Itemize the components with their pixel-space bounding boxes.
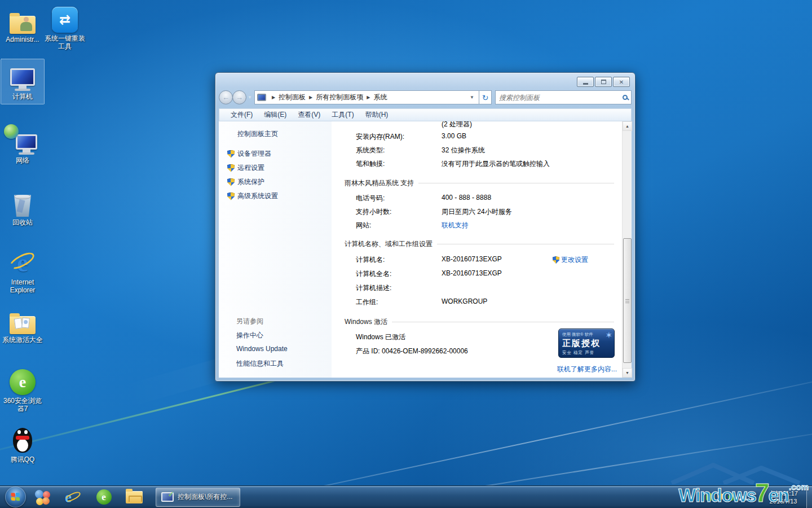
section-computer-name: 计算机名称、域和工作组设置 — [345, 239, 614, 249]
system-window-icon — [161, 492, 174, 502]
scroll-down-button[interactable]: ▼ — [623, 368, 632, 378]
network-icon — [16, 134, 37, 155]
spark-icon: ✶ — [605, 330, 612, 340]
sidebar-item-control-panel-home[interactable]: 控制面板主页 — [237, 129, 278, 139]
row-website: 网站: 联机支持 — [332, 221, 619, 230]
desktop-icon-360-browser[interactable]: e 360安全浏览器7 — [1, 366, 45, 413]
scrollbar-thumb[interactable] — [623, 238, 632, 363]
desktop-icon-activation-folder[interactable]: 系统激活大全 — [1, 305, 45, 344]
genuine-software-badge[interactable]: 使用 微软® 软件 正版授权 安全 稳定 声誉 ✶ — [558, 329, 615, 358]
breadcrumb-arrow-icon: ▶ — [309, 95, 312, 100]
ie-icon: e — [8, 249, 37, 277]
tray-volume-icon[interactable] — [751, 494, 756, 501]
address-bar[interactable]: ▶ 控制面板 ▶ 所有控制面板项 ▶ 系统 ▼ — [254, 90, 479, 104]
taskbar: e e 控制面板\所有控... ✓ 上午 11:17 2016/7/13 — [0, 485, 812, 508]
tray-action-center-shield-icon[interactable] — [717, 493, 724, 501]
desktop-icon-administrator[interactable]: Administr... — [1, 5, 45, 43]
learn-more-link[interactable]: 联机了解更多内容... — [557, 365, 617, 374]
tray-security-check-icon[interactable]: ✓ — [728, 493, 735, 501]
system-tray: ✓ 上午 11:17 2016/7/13 — [706, 486, 812, 508]
sidebar-item-advanced-settings[interactable]: 高级系统设置 — [227, 191, 278, 201]
uac-shield-icon — [227, 150, 235, 158]
sidebar-item-device-manager[interactable]: 设备管理器 — [227, 149, 271, 159]
computer-mini-icon — [257, 94, 266, 101]
taskbar-icon-explorer[interactable] — [123, 486, 145, 508]
sidebar-item-remote-settings[interactable]: 远程设置 — [227, 163, 264, 173]
desktop-icon-reinstall-tool[interactable]: ⇄ 系统一键重装工具 — [43, 3, 87, 50]
caption-buttons: ✕ — [576, 77, 630, 87]
maximize-button[interactable] — [595, 77, 612, 87]
desktop-icon-internet-explorer[interactable]: e Internet Explorer — [1, 247, 45, 294]
navigation-toolbar: ← → ▼ ▶ 控制面板 ▶ 所有控制面板项 ▶ 系统 ▼ ↻ — [219, 89, 632, 106]
menu-edit[interactable]: 编辑(E) — [258, 110, 292, 120]
icon-label: Administr... — [1, 36, 45, 43]
sidebar-item-windows-update[interactable]: Windows Update — [236, 345, 288, 353]
close-button[interactable]: ✕ — [613, 77, 630, 87]
windows-flag-icon — [11, 493, 20, 501]
address-dropdown-icon[interactable]: ▼ — [467, 95, 476, 100]
desktop-icon-computer[interactable]: 计算机 — [1, 59, 45, 104]
system-info-panel: (2 处理器) 安装内存(RAM): 3.00 GB 系统类型: 32 位操作系… — [332, 121, 622, 378]
ie-icon: e — [65, 489, 82, 505]
show-desktop-button[interactable] — [806, 486, 812, 508]
desktop: Administr... ⇄ 系统一键重装工具 计算机 网络 回收站 e Int… — [0, 0, 812, 508]
360-browser-icon: e — [10, 369, 36, 395]
divider — [392, 322, 614, 322]
roof-icon — [669, 461, 802, 484]
back-button[interactable]: ← — [219, 90, 233, 104]
desktop-icon-network[interactable]: 网络 — [1, 125, 45, 164]
search-input[interactable] — [499, 94, 623, 102]
desktop-icon-qq[interactable]: 腾讯QQ — [1, 424, 45, 463]
search-icon[interactable] — [623, 95, 628, 100]
recycle-bin-icon — [13, 194, 32, 217]
icon-label: 系统激活大全 — [1, 336, 45, 344]
row-system-type: 系统类型: 32 位操作系统 — [332, 146, 619, 155]
breadcrumb-arrow-icon: ▶ — [367, 95, 370, 100]
section-windows-activation: Windows 激活 — [345, 317, 614, 327]
recent-pages-dropdown[interactable]: ▼ — [248, 95, 252, 100]
taskbar-icon-app-balls[interactable] — [32, 486, 54, 508]
qq-penguin-icon — [11, 427, 34, 454]
taskbar-icon-360-browser[interactable]: e — [92, 486, 115, 508]
icon-label: 网络 — [1, 156, 45, 164]
online-support-link[interactable]: 联机支持 — [442, 221, 469, 230]
taskbar-button-control-panel[interactable]: 控制面板\所有控... — [156, 488, 240, 507]
change-settings-link[interactable]: 更改设置 — [553, 255, 588, 265]
forward-button[interactable]: → — [232, 90, 246, 104]
search-box[interactable] — [495, 90, 632, 104]
menu-view[interactable]: 查看(V) — [292, 110, 326, 120]
start-button[interactable] — [5, 487, 26, 507]
breadcrumb-all-items[interactable]: 所有控制面板项 — [316, 93, 363, 102]
icon-label: 腾讯QQ — [1, 456, 45, 463]
row-hours: 支持小时数: 周日至周六 24小时服务 — [332, 207, 619, 216]
menu-file[interactable]: 文件(F) — [225, 110, 258, 120]
uac-shield-icon — [227, 164, 235, 172]
breadcrumb-system[interactable]: 系统 — [373, 93, 387, 102]
globe-icon — [4, 124, 19, 139]
colorful-balls-icon — [35, 489, 51, 505]
vertical-scrollbar[interactable]: ▲ ▼ — [622, 121, 632, 378]
taskbar-icon-internet-explorer[interactable]: e — [62, 486, 85, 508]
row-workgroup: 工作组: WORKGROUP — [332, 297, 619, 306]
menu-help[interactable]: 帮助(H) — [360, 110, 394, 120]
folder-user-icon — [10, 16, 36, 34]
refresh-button[interactable]: ↻ — [479, 90, 492, 104]
row-description: 计算机描述: — [332, 283, 619, 292]
uac-shield-icon — [553, 256, 559, 264]
row-processor-tail: (2 处理器) — [332, 121, 619, 129]
desktop-icon-recycle-bin[interactable]: 回收站 — [1, 187, 45, 226]
breadcrumb-control-panel[interactable]: 控制面板 — [279, 93, 306, 102]
row-computer-name: 计算机名: XB-20160713EXGP 更改设置 — [332, 255, 619, 264]
menu-tools[interactable]: 工具(T) — [326, 110, 359, 120]
minimize-button[interactable] — [577, 77, 594, 87]
icon-label: Internet Explorer — [1, 278, 45, 294]
sidebar-item-action-center[interactable]: 操作中心 — [236, 331, 263, 340]
icon-label: 回收站 — [1, 218, 45, 226]
tray-360-icon[interactable] — [706, 493, 713, 501]
reinstall-tool-icon: ⇄ — [52, 7, 78, 33]
scroll-up-button[interactable]: ▲ — [623, 121, 632, 131]
taskbar-clock[interactable]: 上午 11:17 2016/7/13 — [762, 489, 804, 505]
tray-network-icon[interactable] — [739, 494, 747, 501]
sidebar-item-performance-tools[interactable]: 性能信息和工具 — [236, 359, 284, 369]
sidebar-item-system-protection[interactable]: 系统保护 — [227, 177, 264, 187]
